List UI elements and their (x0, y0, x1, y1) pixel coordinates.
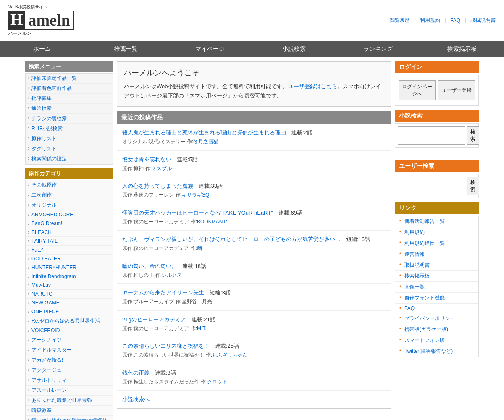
nav-novel-search[interactable]: 小説検索 (252, 41, 336, 57)
link-activity[interactable]: 新着活動報告一覧 (395, 216, 478, 227)
sidebar-cat-arknights[interactable]: アークナイツ (26, 335, 113, 345)
sidebar-item-r18-search[interactable]: R-18小説検索 (26, 124, 113, 134)
nav-mypage[interactable]: マイページ (168, 41, 252, 57)
work-item: 怪盗団の天才ハッカーはヒーローとなる"TAKE YOuR hEaRT" 連載:6… (117, 204, 391, 231)
work-title-2[interactable]: 人の心を持ってしまった魔族 (122, 183, 193, 189)
header-sep-1: ｜ (412, 17, 417, 24)
sidebar-cat-naruto[interactable]: NARUTO (26, 290, 113, 299)
work-title-0[interactable]: 殺人鬼が生まれる理由と死体が生まれる理由と探偵が生まれる理由 (122, 129, 286, 136)
sidebar-item-unrated[interactable]: 評価未算定作品一覧 (26, 74, 113, 84)
register-button[interactable]: ユーザー登録 (438, 80, 475, 100)
work-title-3[interactable]: 怪盗団の天才ハッカーはヒーローとなる"TAKE YOuR hEaRT" (122, 210, 273, 216)
links-header: リンク (395, 202, 479, 214)
sidebar-cat-muvluv[interactable]: Muv-Luv (26, 281, 113, 290)
sidebar-cat-bang-dream[interactable]: BanG Dream! (26, 219, 113, 228)
work-title-6[interactable]: ヤーナムから来たアイリーン先生 (122, 289, 204, 296)
sidebar-cat-itai[interactable]: 痛いのは嫌なので防御力に極振りしたいと思います。 (26, 416, 113, 420)
sidebar-cat-original[interactable]: オリジナル (26, 200, 113, 210)
login-header: ログイン (395, 61, 479, 73)
sidebar-cat-fairy-tail[interactable]: FAIRY TAIL (26, 237, 113, 246)
sidebar-cat-rezero[interactable]: Re:ゼロから始める異世界生活 (26, 316, 113, 326)
sidebar-cat-idolmaster[interactable]: アイドルマスター (26, 345, 113, 355)
sidebar-cat-hunter[interactable]: HUNTER×HUNTER (26, 263, 113, 272)
work-serial-1: 連載:5話 (177, 156, 198, 163)
header-nav-links: 閲覧履歴 ｜ 利用規約 ｜ FAQ ｜ 取扱説明書 (390, 17, 496, 24)
link-terms[interactable]: 利用規約 (395, 227, 478, 238)
sidebar-cat-akame[interactable]: アカメが斬る! (26, 355, 113, 365)
work-title-4[interactable]: たぶん、ヴィランが親しいが。それはそれとしてヒーローの子どもの方が気苦労が多い… (122, 236, 341, 242)
welcome-title: ハーメルンへようこそ (124, 68, 384, 78)
sidebar-item-critique[interactable]: 批評募集 (26, 94, 113, 104)
link-list: 新着活動報告一覧 利用規約 利用規約違反一覧 運営情報 取扱説明書 搜索掲示板 … (395, 216, 479, 357)
sidebar-cat-infinite[interactable]: Infinite Dendrogram (26, 272, 113, 281)
work-meta-8: 原作:この素晴らしい世界に祝福を！ 作:おふざけちゃん (122, 351, 386, 359)
sidebar-item-normal-search[interactable]: 通常検索 (26, 104, 113, 114)
sidebar-cat-azurlane[interactable]: アズールレーン (26, 386, 113, 396)
work-meta-2: 原作:葬送のフリーレン 作:キサラギSQ (122, 191, 386, 199)
sidebar-cat-bleach[interactable]: BLEACH (26, 228, 113, 237)
work-title-1[interactable]: 彼女は青を忘れない (122, 156, 171, 163)
novel-search-button[interactable]: 検索 (467, 126, 479, 145)
sidebar-item-original-list[interactable]: 原作リスト (26, 134, 113, 144)
sidebar-cat-secondary[interactable]: 二次創作 (26, 190, 113, 200)
sidebar-cat-voiceroid[interactable]: VOICEROID (26, 326, 113, 335)
right-sidebar: ログイン ログインページへ ユーザー登録 小説検索 検索 ユーザー検索 検 (395, 61, 479, 420)
sidebar-item-color-before[interactable]: 評価着色直前作品 (26, 84, 113, 94)
sidebar-cat-arifureta[interactable]: ありふれた職業で世界最強 (26, 396, 113, 406)
novel-search-section: 検索 (395, 123, 479, 148)
user-search-button[interactable]: 検索 (467, 177, 479, 195)
link-twitter[interactable]: Twitter(障害報告など) (395, 346, 478, 357)
left-sidebar: 検索メニュー 評価未算定作品一覧 評価着色直前作品 批評募集 通常検索 チラシの… (25, 61, 113, 420)
header-link-history[interactable]: 閲覧履歴 (390, 17, 410, 24)
link-images[interactable]: 画像一覧 (395, 282, 478, 293)
user-search-header: ユーザー検索 (395, 160, 479, 172)
user-search-section: 検索 (395, 174, 479, 198)
link-font[interactable]: 自作フォント機能 (395, 293, 478, 304)
novel-search-link[interactable]: 小説検索へ (122, 396, 150, 402)
link-search-board[interactable]: 搜索掲示板 (395, 271, 478, 282)
work-item: たぶん、ヴィランが親しいが。それはそれとしてヒーローの子どもの方が気苦労が多い…… (117, 231, 391, 257)
search-menu: 評価未算定作品一覧 評価着色直前作品 批評募集 通常検索 チラシの裏検索 R-1… (25, 73, 113, 165)
link-faq[interactable]: FAQ (395, 304, 478, 313)
nav-home[interactable]: ホーム (0, 41, 84, 57)
content: 検索メニュー 評価未算定作品一覧 評価着色直前作品 批評募集 通常検索 チラシの… (21, 57, 483, 420)
work-serial-6: 短編:3話 (210, 289, 231, 296)
link-manual[interactable]: 取扱説明書 (395, 260, 478, 271)
header-link-terms[interactable]: 利用規約 (420, 17, 440, 24)
sidebar-cat-assassination[interactable]: 暗殺教室 (26, 406, 113, 416)
link-violation[interactable]: 利用規約違反一覧 (395, 238, 478, 249)
login-page-button[interactable]: ログインページへ (399, 80, 436, 100)
sidebar-item-search-settings[interactable]: 検索関係の設定 (26, 154, 113, 164)
sidebar-cat-fate[interactable]: Fate/ (26, 246, 113, 255)
header: WEB小説投稿サイト H ameln ハーメルン 閲覧履歴 ｜ 利用規約 ｜ F… (0, 0, 504, 41)
login-section-inner: ログインページへ ユーザー登録 (395, 75, 478, 105)
sidebar-item-flyer-search[interactable]: チラシの裏検索 (26, 114, 113, 124)
work-title-9[interactable]: 銭色の正義 (122, 370, 150, 376)
sidebar-cat-newgame[interactable]: NEW GAME! (26, 299, 113, 307)
link-privacy[interactable]: プライバシーポリシー (395, 313, 478, 324)
sidebar-cat-onepiece[interactable]: ONE PIECE (26, 307, 113, 316)
nav-search-board[interactable]: 搜索掲示板 (420, 41, 504, 57)
sidebar-cat-armored-core[interactable]: ARMORED CORE (26, 210, 113, 219)
novel-search-input[interactable] (398, 126, 465, 145)
nav-recommendations[interactable]: 推薦一覧 (84, 41, 168, 57)
sidebar-item-tag-list[interactable]: タグリスト (26, 144, 113, 154)
sidebar-cat-assault[interactable]: アサルトリリィ (26, 375, 113, 386)
sidebar-cat-other[interactable]: その他原作 (26, 180, 113, 190)
work-serial-9: 連載:3話 (155, 370, 176, 376)
link-smartphone[interactable]: スマートフォン版 (395, 335, 478, 346)
work-title-8[interactable]: この素晴らしいエリス様と祝福を！ (122, 343, 210, 349)
work-meta-3: 原作:僕のヒーローアカデミア 作:BOOKMANJr (122, 218, 386, 226)
sidebar-cat-akutage[interactable]: アクタージュ (26, 365, 113, 375)
user-search-input[interactable] (398, 177, 465, 195)
header-link-faq[interactable]: FAQ (450, 18, 460, 24)
nav-ranking[interactable]: ランキング (336, 41, 420, 57)
work-title-5[interactable]: 嘘の匂い。金の匂い。 (122, 263, 177, 269)
header-link-manual[interactable]: 取扱説明書 (470, 17, 496, 24)
login-btn-row: ログインページへ ユーザー登録 (399, 80, 475, 100)
sidebar-cat-god-eater[interactable]: GOD EATER (26, 255, 113, 263)
link-mobile[interactable]: 携帯版(ガラケー版) (395, 324, 478, 335)
register-link[interactable]: ユーザ登録はこちら (288, 83, 337, 89)
work-title-7[interactable]: 21gのヒーローアカデミア (122, 316, 186, 323)
link-management[interactable]: 運営情報 (395, 249, 478, 260)
